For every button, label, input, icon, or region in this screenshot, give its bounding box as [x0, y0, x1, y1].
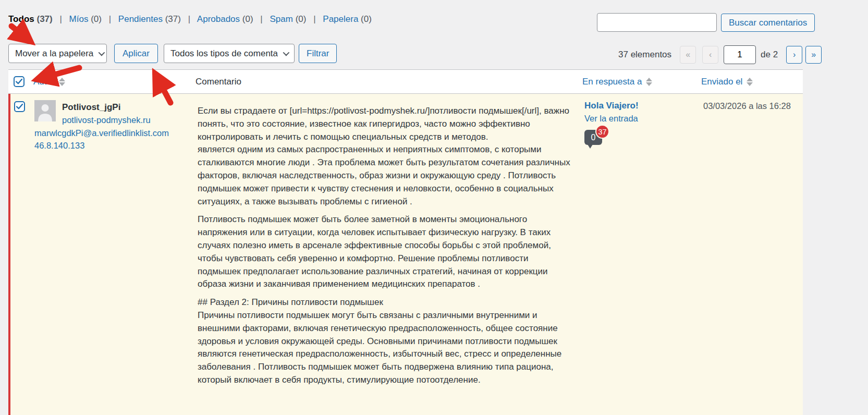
sort-icons [59, 78, 65, 86]
filter-separator: | [313, 14, 315, 24]
paging-input: de 2 [724, 45, 784, 64]
checkmark-icon [16, 79, 22, 84]
author-email-link[interactable]: marwlcgdkPi@a.verifiedlinklist.com [34, 127, 169, 140]
row-checkbox-cell [14, 101, 25, 112]
items-count: 37 elementos [618, 50, 671, 60]
sort-asc-icon [747, 78, 753, 81]
filter-count: (0) [361, 14, 372, 24]
current-page-input[interactable] [724, 45, 756, 64]
table-header-row: Autor Comentario En respuesta a Enviado … [8, 69, 803, 94]
comment-count-widget: 0 37 [584, 130, 609, 151]
filter-separator: | [188, 14, 190, 24]
comment-paragraph: Потливость подмышек может быть более зам… [198, 213, 570, 291]
sort-desc-icon [747, 82, 753, 86]
filter-button[interactable]: Filtrar [299, 44, 337, 63]
arrow-to-bulk-select [11, 26, 30, 41]
last-page-button[interactable]: » [805, 46, 822, 64]
filter-papelera-link[interactable]: Papelera (0) [323, 14, 372, 24]
pending-comments-badge[interactable]: 37 [595, 125, 609, 139]
search-comments-input[interactable] [597, 13, 717, 32]
author-ip-link[interactable]: 46.8.140.133 [34, 139, 84, 152]
avatar [34, 100, 56, 121]
filter-count: (0) [296, 14, 307, 24]
filter-pendientes: Pendientes (37) [118, 14, 181, 24]
first-page-button[interactable]: « [680, 46, 696, 64]
in-response-cell: Hola Viajero! Ver la entrada 0 37 [584, 101, 694, 151]
checkmark-icon [16, 104, 23, 109]
header-comment: Comentario [195, 70, 241, 93]
filter-label: Todos [8, 14, 34, 24]
comment-row: Potlivost_jgPi potlivost-podmyshek.ru ma… [8, 94, 803, 415]
header-submitted[interactable]: Enviado el [701, 70, 753, 93]
sort-desc-icon [646, 82, 652, 86]
sort-asc-icon [646, 78, 652, 81]
filter-separator: | [260, 14, 262, 24]
comment-status-filters: Todos (37) | Míos (0) | Pendientes (37) … [8, 14, 372, 25]
filter-label: Aprobados [197, 14, 240, 24]
person-icon [34, 100, 56, 121]
filter-separator: | [109, 14, 111, 24]
sort-asc-icon [59, 78, 65, 81]
comment-type-select[interactable]: Todos los tipos de comenta [164, 44, 295, 63]
filter-separator: | [59, 14, 62, 24]
comments-admin-page: Todos (37) | Míos (0) | Pendientes (37) … [0, 0, 868, 415]
bulk-action-select[interactable]: Mover a la papelera [8, 44, 107, 63]
header-in-response[interactable]: En respuesta a [582, 70, 652, 93]
filter-aprobados-link[interactable]: Aprobados (0) [197, 14, 253, 24]
header-submitted-label: Enviado el [701, 77, 742, 87]
comment-type-selected: Todos los tipos de comenta [170, 48, 278, 59]
filter-aprobados: Aprobados (0) [197, 14, 253, 24]
comment-paragraph: ## Раздел 2: Причины потливости подмышек… [198, 296, 570, 387]
header-comment-label: Comentario [195, 77, 241, 87]
row-checkbox[interactable] [14, 101, 25, 112]
filter-pendientes-link[interactable]: Pendientes (37) [118, 14, 181, 24]
filter-label: Spam [270, 14, 292, 24]
apply-button[interactable]: Aplicar [114, 44, 158, 63]
filter-mios-link[interactable]: Míos (0) [69, 14, 102, 24]
comment-paragraph: Если вы страдаете от [url=https://potliv… [198, 105, 570, 208]
filter-count: (0) [91, 14, 102, 24]
sort-desc-icon [59, 82, 65, 86]
author-name: Potlivost_jgPi [34, 100, 196, 114]
post-title-link[interactable]: Hola Viajero! [584, 101, 694, 111]
sort-icons [747, 78, 753, 86]
select-all-checkbox[interactable] [14, 76, 25, 87]
chevron-down-icon [283, 50, 290, 56]
filter-label: Pendientes [118, 14, 163, 24]
header-author-label: Autor [33, 77, 55, 87]
author-website-link[interactable]: potlivost-podmyshek.ru [62, 114, 151, 127]
filter-spam: Spam (0) [270, 14, 306, 24]
filter-label: Papelera [323, 14, 358, 24]
filter-spam-link[interactable]: Spam (0) [270, 14, 306, 24]
comment-content: Если вы страдаете от [url=https://potliv… [198, 105, 570, 392]
sort-icons [646, 78, 652, 86]
next-page-button[interactable]: › [786, 46, 802, 64]
filter-count: (0) [242, 14, 253, 24]
chevron-down-icon [99, 50, 105, 56]
pagination: 37 elementos « ‹ de 2 › » [618, 45, 825, 64]
filter-count: (37) [36, 14, 52, 24]
filter-mios: Míos (0) [69, 14, 102, 24]
view-post-link[interactable]: Ver la entrada [584, 114, 694, 124]
search-comments-button[interactable]: Buscar comentarios [721, 14, 815, 32]
filter-todos: Todos (37) [8, 14, 53, 24]
filter-count: (37) [165, 14, 181, 24]
submitted-date: 03/03/2026 a las 16:28 [703, 101, 805, 111]
author-cell: Potlivost_jgPi potlivost-podmyshek.ru ma… [34, 100, 196, 152]
header-in-response-label: En respuesta a [582, 77, 642, 87]
header-checkbox-cell [14, 70, 25, 93]
filter-todos-link[interactable]: Todos (37) [8, 14, 53, 24]
filter-papelera: Papelera (0) [323, 14, 372, 24]
header-author[interactable]: Autor [33, 70, 65, 93]
comments-table: Autor Comentario En respuesta a Enviado … [8, 69, 803, 94]
total-pages-label: de 2 [761, 50, 778, 60]
bulk-action-selected: Mover a la papelera [15, 48, 93, 59]
filter-label: Míos [69, 14, 89, 24]
prev-page-button[interactable]: ‹ [702, 46, 718, 64]
